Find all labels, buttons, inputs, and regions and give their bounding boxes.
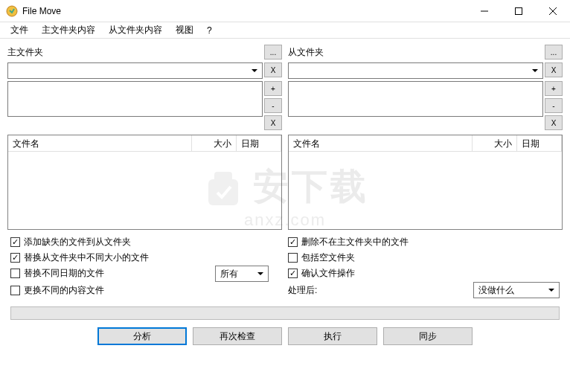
svg-point-0 <box>7 6 17 16</box>
main-file-table[interactable]: 文件名 大小 日期 <box>7 135 282 230</box>
sub-combo-clear-button[interactable]: X <box>545 62 563 77</box>
lbl-delete-not-in-main: 删除不在主文件夹中的文件 <box>301 236 409 248</box>
chk-replace-diff-content[interactable] <box>10 286 20 295</box>
svg-rect-2 <box>516 7 522 14</box>
app-icon <box>6 5 18 17</box>
execute-button[interactable]: 执行 <box>288 327 377 345</box>
bottom-buttons: 分析 再次检查 执行 同步 <box>0 323 570 351</box>
chk-confirm-ops[interactable] <box>288 269 298 278</box>
options-area: 添加缺失的文件到从文件夹 替换从文件夹中不同大小的文件 替换不同日期的文件 所有… <box>0 230 570 299</box>
lbl-include-empty: 包括空文件夹 <box>301 251 355 264</box>
sub-folder-combo[interactable] <box>288 62 543 79</box>
progress-bar <box>10 306 560 320</box>
menu-main-folder-content[interactable]: 主文件夹内容 <box>36 22 101 38</box>
main-combo-clear-button[interactable]: X <box>264 62 282 77</box>
sub-list-add-button[interactable]: + <box>545 81 563 96</box>
sub-file-table[interactable]: 文件名 大小 日期 <box>288 135 563 230</box>
main-list-remove-button[interactable]: - <box>264 98 282 113</box>
left-options: 添加缺失的文件到从文件夹 替换从文件夹中不同大小的文件 替换不同日期的文件 所有… <box>10 234 282 299</box>
sub-col-size[interactable]: 大小 <box>473 135 517 151</box>
process-after-value: 没做什么 <box>478 285 514 295</box>
lbl-confirm-ops: 确认文件操作 <box>301 267 355 280</box>
sub-col-date[interactable]: 日期 <box>517 135 562 151</box>
menubar: 文件 主文件夹内容 从文件夹内容 视图 ? <box>0 22 570 39</box>
main-list-add-button[interactable]: + <box>264 81 282 96</box>
sync-button[interactable]: 同步 <box>383 327 473 345</box>
sub-browse-button[interactable]: ... <box>545 45 563 60</box>
main-folder-listbox[interactable] <box>7 81 263 117</box>
minimize-button[interactable] <box>467 0 502 22</box>
titlebar: File Move <box>0 0 570 22</box>
close-button[interactable] <box>536 0 570 22</box>
lbl-replace-diff-content: 更换不同的内容文件 <box>24 284 104 297</box>
main-list-clear-button[interactable]: X <box>264 115 282 130</box>
recheck-button[interactable]: 再次检查 <box>193 327 282 345</box>
chk-add-missing[interactable] <box>10 237 20 247</box>
progress-area <box>0 299 570 323</box>
main-folder-pane: 主文件夹 ... X + - X 文件名 大小 日期 <box>7 45 282 230</box>
chk-replace-diff-size[interactable] <box>10 253 20 263</box>
main-col-date[interactable]: 日期 <box>237 135 281 151</box>
sub-list-remove-button[interactable]: - <box>545 98 563 113</box>
maximize-button[interactable] <box>502 0 536 22</box>
sub-list-clear-button[interactable]: X <box>545 115 563 130</box>
sub-folder-label: 从文件夹 <box>288 46 545 59</box>
date-select[interactable]: 所有 <box>215 266 269 282</box>
sub-folder-listbox[interactable] <box>288 81 543 117</box>
menu-view[interactable]: 视图 <box>170 22 199 38</box>
menu-help[interactable]: ? <box>201 24 218 37</box>
window-title: File Move <box>22 6 467 16</box>
main-col-size[interactable]: 大小 <box>192 135 237 151</box>
analyze-button[interactable]: 分析 <box>97 327 187 345</box>
chk-replace-diff-date[interactable] <box>10 269 20 278</box>
window-controls <box>467 0 570 22</box>
process-after-select[interactable]: 没做什么 <box>473 282 560 298</box>
main-folder-label: 主文件夹 <box>7 46 264 59</box>
main-col-name[interactable]: 文件名 <box>8 135 192 151</box>
right-options: 删除不在主文件夹中的文件 包括空文件夹 确认文件操作 处理后: 没做什么 <box>288 234 560 299</box>
chk-delete-not-in-main[interactable] <box>288 237 298 247</box>
menu-sub-folder-content[interactable]: 从文件夹内容 <box>103 22 168 38</box>
lbl-add-missing: 添加缺失的文件到从文件夹 <box>24 236 131 248</box>
date-select-value: 所有 <box>220 269 238 279</box>
sub-folder-pane: 从文件夹 ... X + - X 文件名 大小 日期 <box>288 45 563 230</box>
sub-col-name[interactable]: 文件名 <box>289 135 473 151</box>
chk-include-empty[interactable] <box>288 253 298 263</box>
main-folder-combo[interactable] <box>7 62 263 79</box>
lbl-process-after: 处理后: <box>288 284 333 297</box>
main-browse-button[interactable]: ... <box>264 45 282 60</box>
main-area: 主文件夹 ... X + - X 文件名 大小 日期 从文件夹 ... <box>0 39 570 230</box>
lbl-replace-diff-size: 替换从文件夹中不同大小的文件 <box>24 251 149 264</box>
lbl-replace-diff-date: 替换不同日期的文件 <box>24 267 104 280</box>
menu-file[interactable]: 文件 <box>4 22 34 38</box>
